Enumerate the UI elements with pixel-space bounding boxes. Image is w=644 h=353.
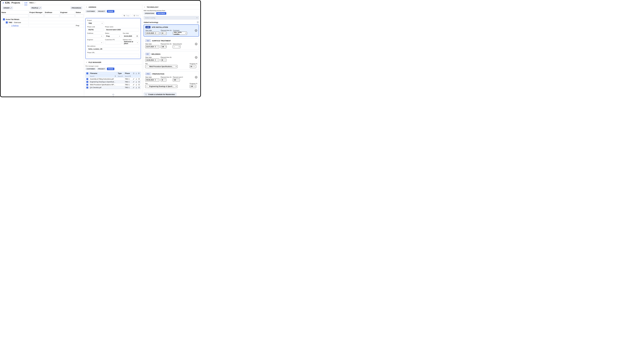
start-date-input[interactable]: 16.06.2024 ×: [145, 58, 159, 62]
row-check[interactable]: [86, 84, 88, 86]
phase-search[interactable]: Search: [124, 75, 132, 77]
phase-link[interactable]: 1-Railings: [11, 24, 19, 26]
phaseurl-input[interactable]: [87, 54, 139, 57]
filename-search[interactable]: Search: [89, 75, 117, 77]
trash-icon[interactable]: [138, 84, 140, 85]
phasecode-input[interactable]: 552781: [87, 28, 104, 31]
tech-card[interactable]: TEST SURFACE TREATMENT + Start date 22.0…: [144, 38, 199, 50]
file-select[interactable]: Engineering Drawings & Specifications.pd…: [145, 85, 178, 88]
tree-project[interactable]: 7892 - Staircase: [1, 21, 84, 24]
download-icon[interactable]: [136, 87, 137, 88]
fm-tab-phase[interactable]: PHASE: [107, 68, 114, 70]
duedate-input[interactable]: 04.04.2025: [123, 34, 139, 38]
planned-time-input[interactable]: 30×: [160, 78, 166, 81]
trash-icon[interactable]: [138, 78, 140, 80]
tab-phase-7892-1[interactable]: 7892-1×: [29, 1, 36, 5]
toggle-routings[interactable]: ROUTINGS: [156, 12, 166, 15]
addings-tab-project[interactable]: PROJECT: [97, 10, 106, 13]
table-row[interactable]: Weld Procedure Specifications WPS.pdf 78…: [86, 83, 141, 86]
trash-icon[interactable]: [138, 81, 140, 83]
close-icon[interactable]: ×: [35, 2, 36, 4]
planned-time-input[interactable]: 24×: [161, 32, 166, 35]
phasename-input[interactable]: Second batch 2025: [105, 28, 139, 31]
select-all-check[interactable]: [86, 72, 88, 74]
trash-icon[interactable]: [138, 73, 140, 74]
progress-input[interactable]: 100×: [190, 85, 196, 88]
chevron-down-icon[interactable]: [6, 21, 8, 23]
filemanager-header[interactable]: FILE MANAGER: [84, 60, 142, 64]
order-pill[interactable]: ORDER: [2, 6, 13, 9]
file-select[interactable]: Weld Procedure Specifications WPS.pdf×: [145, 65, 178, 68]
draftman-select[interactable]: [87, 34, 104, 38]
new-button[interactable]: New: [132, 14, 140, 17]
row-check[interactable]: [86, 78, 88, 80]
add-icon[interactable]: +: [195, 43, 197, 45]
engineer-select[interactable]: [87, 41, 104, 44]
planned-time-input[interactable]: 146×: [160, 45, 166, 48]
type-search[interactable]: Search: [117, 75, 124, 77]
planned-work-input[interactable]: 500×: [173, 78, 180, 81]
start-date-input[interactable]: 09.06.2024 ×: [145, 78, 159, 81]
delivery-select[interactable]: Delivered at place: [123, 41, 139, 44]
col-filename[interactable]: Filename: [89, 72, 117, 75]
tab-list[interactable]: List: [24, 1, 27, 5]
progress-input[interactable]: 60×: [190, 65, 196, 68]
tech-card[interactable]: DEV WELDINGS + Start date 16.06.2024 × P…: [144, 51, 199, 70]
tech-card[interactable]: SPEC PREPARATION + Start date 09.06.2024…: [144, 71, 199, 90]
logo[interactable]: EZIIL: [2, 1, 10, 4]
edit-icon[interactable]: [133, 84, 134, 85]
row-check[interactable]: [86, 81, 88, 83]
edit-icon[interactable]: [133, 78, 134, 80]
project-select[interactable]: 7892: [87, 22, 104, 25]
add-icon[interactable]: +: [195, 29, 197, 32]
copy-button[interactable]: Copy: [122, 14, 131, 17]
refresh-icon[interactable]: [133, 73, 134, 74]
filter-name[interactable]: [1, 14, 28, 17]
planned-time-input[interactable]: 80×: [160, 58, 166, 62]
status-select[interactable]: Prep: [105, 34, 121, 38]
filter-draftman[interactable]: [45, 14, 59, 17]
people-pill[interactable]: PEOPLE: [30, 6, 42, 9]
table-row[interactable]: QA Checklist.pdf 7892-1: [86, 86, 141, 89]
drop-zone[interactable]: Drag files here: [84, 89, 142, 96]
svg-rect-7: [155, 33, 156, 34]
fm-tab-project[interactable]: PROJECT: [97, 68, 106, 70]
addings-tab-phase[interactable]: PHASE: [107, 10, 114, 13]
table-row[interactable]: Assembly & Fitting Instructions.pdf 7892…: [86, 78, 141, 80]
download-icon[interactable]: [136, 84, 137, 85]
start-date-input[interactable]: 22.07.2024 ×: [145, 45, 159, 48]
add-icon[interactable]: +: [195, 76, 197, 78]
toggle-operations[interactable]: OPERATIONS: [144, 12, 156, 15]
tree-phase[interactable]: │ 1-Railings Prep: [1, 24, 84, 27]
download-icon[interactable]: [136, 78, 137, 80]
siteaddr-input[interactable]: Soho, London, UK: [87, 47, 139, 51]
edit-icon[interactable]: [133, 87, 134, 88]
more-icon[interactable]: ⋮: [197, 21, 199, 23]
progress-pill[interactable]: PROGRESS: [70, 6, 82, 9]
create-schedule-button[interactable]: Create a schedule for Masterview: [144, 92, 176, 96]
fm-tab-customer[interactable]: CUSTOMER: [86, 68, 96, 70]
subcontractor-select[interactable]: ×: [173, 45, 180, 48]
addings-tab-customer[interactable]: CUSTOMER: [86, 10, 96, 13]
chevron-down-icon[interactable]: [3, 18, 5, 20]
routing-select[interactable]: Select routing: [144, 16, 199, 19]
addings-header[interactable]: ADDINGS: [84, 5, 142, 9]
comment-input[interactable]: Site: Soho, London×: [173, 32, 187, 35]
table-row[interactable]: Engineering Drawings & Specifications.pd…: [86, 80, 141, 83]
technology-header[interactable]: TECHNOLOGY: [142, 5, 200, 9]
add-icon[interactable]: +: [195, 56, 197, 58]
filter-pm[interactable]: [29, 14, 44, 17]
tree-root[interactable]: Acme Fab Metals: [1, 18, 84, 21]
download-icon[interactable]: [136, 73, 137, 74]
col-phase[interactable]: Phase: [124, 72, 132, 75]
col-type[interactable]: Type: [117, 72, 124, 75]
edit-icon[interactable]: [133, 81, 134, 83]
tech-card[interactable]: LIVE SITE INSTALLATION + Start date 23.0…: [144, 24, 199, 36]
start-date-input[interactable]: 23.03.2025 ×: [146, 32, 160, 35]
row-check[interactable]: [86, 87, 88, 88]
filter-status[interactable]: [76, 14, 84, 17]
download-icon[interactable]: [136, 81, 137, 83]
custpo-input[interactable]: [105, 41, 121, 44]
trash-icon[interactable]: [138, 87, 140, 88]
filter-engineer[interactable]: [60, 14, 74, 17]
